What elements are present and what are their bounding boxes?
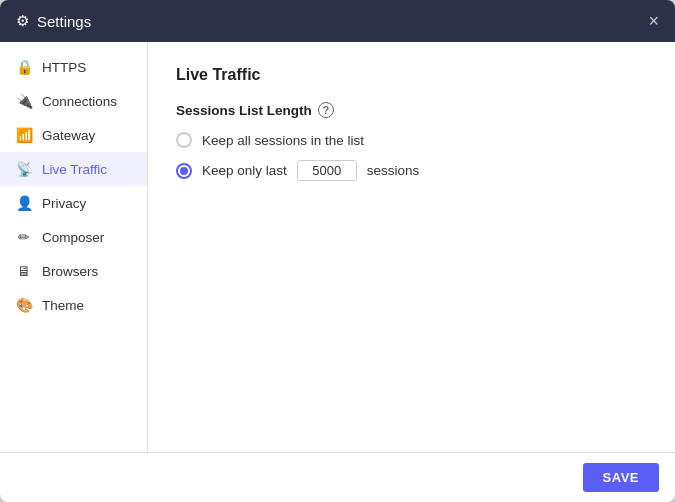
radio-group: Keep all sessions in the list Keep only … — [176, 132, 647, 181]
connections-icon: 🔌 — [16, 93, 32, 109]
titlebar-left: ⚙ Settings — [16, 12, 91, 30]
footer: SAVE — [0, 452, 675, 502]
section-label: Sessions List Length ? — [176, 102, 647, 118]
sidebar-item-gateway[interactable]: 📶 Gateway — [0, 118, 147, 152]
sidebar-label-live-traffic: Live Traffic — [42, 162, 107, 177]
https-icon: 🔒 — [16, 59, 32, 75]
sidebar-label-gateway: Gateway — [42, 128, 95, 143]
dialog-title: Settings — [37, 13, 91, 30]
sidebar: 🔒 HTTPS 🔌 Connections 📶 Gateway 📡 Live T… — [0, 42, 148, 452]
sidebar-label-theme: Theme — [42, 298, 84, 313]
sidebar-label-privacy: Privacy — [42, 196, 86, 211]
sidebar-item-theme[interactable]: 🎨 Theme — [0, 288, 147, 322]
close-button[interactable]: × — [648, 12, 659, 30]
sidebar-label-composer: Composer — [42, 230, 104, 245]
settings-icon: ⚙ — [16, 12, 29, 30]
sessions-list-length-label: Sessions List Length — [176, 103, 312, 118]
session-count-input[interactable] — [297, 160, 357, 181]
radio-option-1[interactable]: Keep all sessions in the list — [176, 132, 647, 148]
theme-icon: 🎨 — [16, 297, 32, 313]
sidebar-label-connections: Connections — [42, 94, 117, 109]
content-area: 🔒 HTTPS 🔌 Connections 📶 Gateway 📡 Live T… — [0, 42, 675, 452]
settings-dialog: ⚙ Settings × 🔒 HTTPS 🔌 Connections 📶 Gat… — [0, 0, 675, 502]
sidebar-label-browsers: Browsers — [42, 264, 98, 279]
radio-label-1: Keep all sessions in the list — [202, 133, 364, 148]
sidebar-item-privacy[interactable]: 👤 Privacy — [0, 186, 147, 220]
sidebar-item-composer[interactable]: ✏ Composer — [0, 220, 147, 254]
page-title: Live Traffic — [176, 66, 647, 84]
help-icon[interactable]: ? — [318, 102, 334, 118]
browsers-icon: 🖥 — [16, 263, 32, 279]
sidebar-item-live-traffic[interactable]: 📡 Live Traffic — [0, 152, 147, 186]
radio-button-1[interactable] — [176, 132, 192, 148]
sidebar-item-browsers[interactable]: 🖥 Browsers — [0, 254, 147, 288]
radio-label-2: Keep only last — [202, 163, 287, 178]
sidebar-item-https[interactable]: 🔒 HTTPS — [0, 50, 147, 84]
radio-option-2[interactable]: Keep only last sessions — [176, 160, 647, 181]
gateway-icon: 📶 — [16, 127, 32, 143]
main-panel: Live Traffic Sessions List Length ? Keep… — [148, 42, 675, 452]
radio-button-2[interactable] — [176, 163, 192, 179]
save-button[interactable]: SAVE — [583, 463, 659, 492]
titlebar: ⚙ Settings × — [0, 0, 675, 42]
sidebar-label-https: HTTPS — [42, 60, 86, 75]
privacy-icon: 👤 — [16, 195, 32, 211]
composer-icon: ✏ — [16, 229, 32, 245]
sessions-suffix: sessions — [367, 163, 420, 178]
sidebar-item-connections[interactable]: 🔌 Connections — [0, 84, 147, 118]
live-traffic-icon: 📡 — [16, 161, 32, 177]
